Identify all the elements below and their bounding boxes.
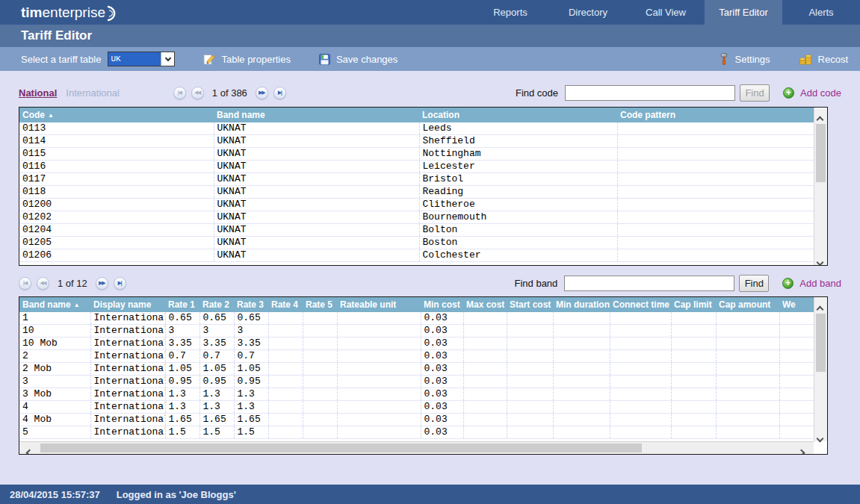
cell[interactable]	[507, 414, 553, 426]
cell[interactable]	[268, 401, 303, 414]
cell[interactable]	[671, 401, 716, 414]
column-header-we[interactable]: We	[779, 297, 815, 312]
column-header-min-duration[interactable]: Min duration	[553, 297, 610, 312]
cell[interactable]	[553, 401, 610, 414]
cell[interactable]	[671, 337, 716, 350]
cell[interactable]: 1.05	[199, 363, 234, 376]
cell[interactable]	[716, 376, 779, 388]
cell[interactable]	[779, 388, 815, 401]
cell[interactable]	[337, 414, 421, 426]
add-code-plus-icon[interactable]: +	[783, 87, 794, 99]
cell[interactable]: 2 Mob	[19, 363, 90, 376]
cell[interactable]: International	[90, 426, 165, 439]
column-header-location[interactable]: Location	[419, 108, 617, 122]
codes-vertical-scrollbar[interactable]	[814, 108, 827, 265]
cell[interactable]	[610, 363, 671, 376]
cell[interactable]	[617, 249, 815, 262]
cell[interactable]: 0116	[19, 161, 214, 173]
cell[interactable]: 3	[199, 325, 234, 337]
table-row[interactable]: 0114UKNATSheffield	[19, 135, 815, 148]
cell[interactable]: International	[90, 414, 165, 426]
nav-tab-tariff-editor[interactable]: Tariff Editor	[705, 0, 782, 25]
table-row[interactable]: 01206UKNATColchester	[19, 249, 815, 262]
cell[interactable]	[337, 350, 421, 363]
cell[interactable]	[779, 325, 815, 337]
cell[interactable]: 1.65	[199, 414, 234, 426]
cell[interactable]	[507, 401, 553, 414]
cell[interactable]: UKNAT	[214, 148, 419, 161]
column-header-cap-amount[interactable]: Cap amount	[716, 297, 779, 312]
cell[interactable]: UKNAT	[214, 161, 419, 173]
cell[interactable]	[507, 363, 553, 376]
cell[interactable]	[303, 401, 337, 414]
cell[interactable]	[507, 337, 553, 350]
table-row[interactable]: 0118UKNATReading	[19, 186, 815, 199]
cell[interactable]: 1.3	[165, 401, 199, 414]
cell[interactable]: 0.65	[165, 312, 199, 325]
cell[interactable]: UKNAT	[214, 224, 419, 237]
cell[interactable]: 0.03	[421, 426, 463, 439]
cell[interactable]: 01204	[19, 224, 214, 237]
bands-vertical-scrollbar[interactable]	[814, 297, 827, 441]
tab-national[interactable]: National	[19, 87, 57, 99]
table-row[interactable]: 10 MobInternational3.353.353.350.03	[19, 337, 815, 350]
cell[interactable]	[303, 312, 337, 325]
table-row[interactable]: 01204UKNATBolton	[19, 224, 815, 237]
table-row[interactable]: 2 MobInternational1.051.051.050.03	[19, 363, 815, 376]
cell[interactable]	[303, 363, 337, 376]
table-row[interactable]: 01205UKNATBoston	[19, 237, 815, 249]
cell[interactable]: 1.3	[199, 401, 234, 414]
column-header-code[interactable]: Code▲	[19, 108, 214, 122]
cell[interactable]: 0.65	[199, 312, 234, 325]
cell[interactable]	[610, 401, 671, 414]
table-row[interactable]: 01200UKNATClitheroe	[19, 199, 815, 211]
cell[interactable]	[337, 426, 421, 439]
cell[interactable]	[268, 414, 303, 426]
cell[interactable]: UKNAT	[214, 122, 419, 135]
cell[interactable]: 0.03	[421, 363, 463, 376]
cell[interactable]	[507, 325, 553, 337]
cell[interactable]: 1.5	[199, 426, 234, 439]
cell[interactable]	[463, 414, 507, 426]
cell[interactable]	[671, 350, 716, 363]
cell[interactable]	[268, 312, 303, 325]
cell[interactable]: 1.5	[234, 426, 268, 439]
cell[interactable]	[463, 388, 507, 401]
cell[interactable]	[779, 376, 815, 388]
cell[interactable]: 0.03	[421, 414, 463, 426]
cell[interactable]	[716, 414, 779, 426]
cell[interactable]: International	[90, 325, 165, 337]
cell[interactable]: International	[90, 401, 165, 414]
scrollbar-thumb[interactable]	[816, 124, 826, 182]
cell[interactable]	[507, 426, 553, 439]
cell[interactable]: 5	[19, 426, 90, 439]
cell[interactable]: 0113	[19, 122, 214, 135]
column-header-rateable-unit[interactable]: Rateable unit	[337, 297, 421, 312]
cell[interactable]	[671, 414, 716, 426]
cell[interactable]: UKNAT	[214, 173, 419, 186]
cell[interactable]: 3.35	[165, 337, 199, 350]
cell[interactable]: 01206	[19, 249, 214, 262]
cell[interactable]	[779, 363, 815, 376]
scrollbar-thumb[interactable]	[40, 444, 642, 452]
cell[interactable]: 1.3	[199, 388, 234, 401]
cell[interactable]: 1.05	[234, 363, 268, 376]
cell[interactable]	[716, 388, 779, 401]
scroll-up-icon[interactable]	[817, 302, 823, 308]
cell[interactable]: UKNAT	[214, 135, 419, 148]
cell[interactable]: Clitheroe	[419, 199, 617, 211]
cell[interactable]: UKNAT	[214, 237, 419, 249]
cell[interactable]: Nottingham	[419, 148, 617, 161]
column-header-rate-2[interactable]: Rate 2	[199, 297, 234, 312]
cell[interactable]	[617, 237, 815, 249]
cell[interactable]	[303, 337, 337, 350]
previous-page-button[interactable]: ◀◀	[191, 87, 204, 99]
cell[interactable]: 0.65	[234, 312, 268, 325]
cell[interactable]: 1.65	[165, 414, 199, 426]
cell[interactable]: 0.03	[421, 388, 463, 401]
cell[interactable]	[337, 388, 421, 401]
cell[interactable]: 0.03	[421, 376, 463, 388]
cell[interactable]	[553, 426, 610, 439]
cell[interactable]: Colchester	[419, 249, 617, 262]
cell[interactable]: International	[90, 350, 165, 363]
